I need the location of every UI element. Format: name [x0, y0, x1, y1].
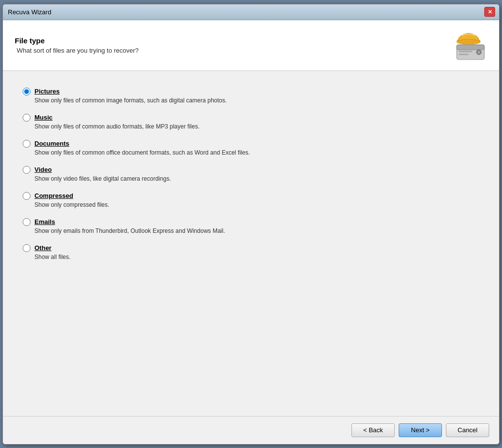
cancel-button[interactable]: Cancel [446, 423, 489, 437]
option-emails: EmailsShow only emails from Thunderbird,… [23, 213, 479, 239]
radio-other[interactable] [23, 244, 31, 252]
option-compressed: CompressedShow only compressed files. [23, 187, 479, 213]
header-title: File type [15, 36, 139, 45]
footer: < Back Next > Cancel [3, 416, 499, 444]
title-bar-controls: ✕ [484, 7, 495, 17]
desc-video: Show only video files, like digital came… [23, 175, 479, 182]
desc-documents: Show only files of common office documen… [23, 149, 479, 156]
option-documents: DocumentsShow only files of common offic… [23, 135, 479, 161]
radio-emails[interactable] [23, 218, 31, 226]
radio-compressed[interactable] [23, 192, 31, 200]
svg-rect-5 [459, 54, 469, 55]
label-pictures[interactable]: Pictures [34, 88, 60, 95]
label-music[interactable]: Music [34, 114, 53, 121]
option-pictures-row: Pictures [23, 88, 479, 96]
desc-other: Show all files. [23, 254, 479, 260]
radio-documents[interactable] [23, 140, 31, 148]
svg-point-3 [478, 51, 480, 53]
desc-music: Show only files of common audio formats,… [23, 123, 479, 130]
label-documents[interactable]: Documents [34, 140, 69, 147]
radio-music[interactable] [23, 114, 31, 122]
content-area: PicturesShow only files of common image … [3, 71, 499, 416]
label-compressed[interactable]: Compressed [34, 192, 73, 199]
option-music-row: Music [23, 114, 479, 122]
option-pictures: PicturesShow only files of common image … [23, 83, 479, 109]
close-button[interactable]: ✕ [484, 7, 495, 17]
radio-video[interactable] [23, 166, 31, 174]
option-documents-row: Documents [23, 140, 479, 148]
header-section: File type What sort of files are you try… [3, 20, 499, 71]
radio-pictures[interactable] [23, 88, 31, 96]
label-emails[interactable]: Emails [34, 218, 55, 225]
desc-emails: Show only emails from Thunderbird, Outlo… [23, 227, 479, 234]
svg-point-7 [457, 39, 480, 44]
desc-compressed: Show only compressed files. [23, 201, 479, 208]
app-icon [452, 29, 487, 62]
option-emails-row: Emails [23, 218, 479, 226]
label-other[interactable]: Other [34, 244, 52, 252]
recuva-wizard-window: Recuva Wizard ✕ File type What sort of f… [2, 4, 500, 445]
svg-rect-1 [457, 45, 484, 50]
title-bar: Recuva Wizard ✕ [3, 4, 499, 20]
option-video-row: Video [23, 166, 479, 174]
window-title: Recuva Wizard [7, 8, 51, 16]
label-video[interactable]: Video [34, 166, 52, 173]
svg-rect-4 [459, 51, 472, 52]
option-video: VideoShow only video files, like digital… [23, 161, 479, 187]
header-subtitle: What sort of files are you trying to rec… [15, 47, 139, 54]
option-other: OtherShow all files. [23, 239, 479, 265]
option-other-row: Other [23, 244, 479, 252]
desc-pictures: Show only files of common image formats,… [23, 97, 479, 104]
option-music: MusicShow only files of common audio for… [23, 109, 479, 135]
back-button[interactable]: < Back [351, 423, 395, 437]
header-text-block: File type What sort of files are you try… [15, 36, 139, 54]
option-compressed-row: Compressed [23, 192, 479, 200]
next-button[interactable]: Next > [399, 423, 442, 437]
